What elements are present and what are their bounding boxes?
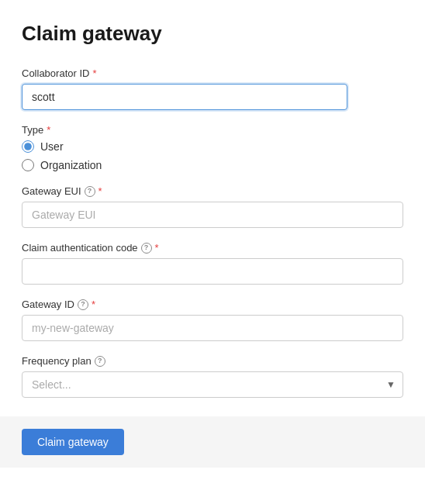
type-user-label: User: [40, 140, 64, 153]
type-organization-radio-item[interactable]: Organization: [22, 159, 403, 171]
frequency-plan-group: Frequency plan ? Select... ▼: [22, 355, 403, 398]
collaborator-id-input[interactable]: [22, 84, 347, 110]
frequency-plan-select-wrapper: Select... ▼: [22, 371, 403, 398]
claim-auth-code-required-star: *: [155, 242, 159, 254]
claim-auth-code-help-icon[interactable]: ?: [141, 243, 152, 254]
gateway-id-required-star: *: [92, 299, 95, 310]
type-group: Type * User Organization: [22, 124, 403, 171]
frequency-plan-label: Frequency plan ?: [22, 355, 403, 367]
claim-gateway-button[interactable]: Claim gateway: [22, 429, 124, 455]
collaborator-id-label: Collaborator ID *: [22, 67, 347, 79]
gateway-id-label: Gateway ID ? *: [22, 299, 403, 310]
page-title: Claim gateway: [22, 22, 403, 46]
frequency-plan-select[interactable]: Select...: [22, 371, 403, 398]
gateway-eui-required-star: *: [98, 185, 102, 197]
gateway-eui-input[interactable]: [22, 202, 403, 228]
type-user-radio-item[interactable]: User: [22, 140, 403, 153]
type-required-star: *: [47, 124, 50, 136]
gateway-id-group: Gateway ID ? *: [22, 299, 403, 341]
claim-auth-code-input[interactable]: [22, 258, 403, 285]
gateway-eui-help-icon[interactable]: ?: [85, 186, 95, 197]
submit-area: Claim gateway: [0, 416, 425, 468]
claim-auth-code-group: Claim authentication code ? *: [22, 242, 403, 285]
type-organization-radio[interactable]: [22, 159, 34, 171]
type-label: Type *: [22, 124, 403, 136]
collaborator-id-group: Collaborator ID *: [22, 67, 347, 110]
gateway-eui-label: Gateway EUI ? *: [22, 185, 403, 197]
frequency-plan-help-icon[interactable]: ?: [95, 356, 105, 367]
type-user-radio[interactable]: [22, 140, 34, 153]
gateway-id-help-icon[interactable]: ?: [78, 299, 88, 310]
type-radio-group: User Organization: [22, 140, 403, 171]
gateway-eui-group: Gateway EUI ? *: [22, 185, 403, 228]
gateway-id-input[interactable]: [22, 315, 403, 341]
claim-auth-code-label: Claim authentication code ? *: [22, 242, 403, 254]
type-organization-label: Organization: [40, 159, 102, 171]
page-container: Claim gateway Collaborator ID * Type * U…: [0, 0, 425, 468]
required-star: *: [92, 67, 96, 79]
